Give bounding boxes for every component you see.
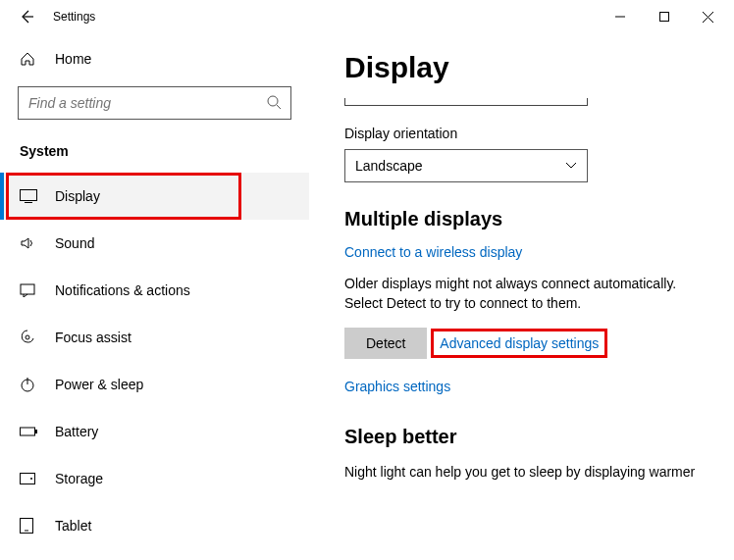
home-icon xyxy=(20,51,39,67)
battery-icon xyxy=(20,426,39,437)
nav-label: Tablet xyxy=(55,518,91,534)
home-label: Home xyxy=(55,51,91,67)
display-icon xyxy=(20,189,39,203)
highlight-box-advanced: Advanced display settings xyxy=(431,329,607,358)
sound-icon xyxy=(20,235,39,251)
maximize-button[interactable] xyxy=(642,2,686,31)
nav-tablet[interactable]: Tablet xyxy=(0,502,309,549)
older-displays-text: Older displays might not always connect … xyxy=(344,274,707,314)
nav-label: Focus assist xyxy=(55,330,131,345)
sleep-better-text: Night light can help you get to sleep by… xyxy=(344,462,707,482)
nav-notifications[interactable]: Notifications & actions xyxy=(0,267,309,314)
svg-point-4 xyxy=(268,96,278,106)
nav-label: Storage xyxy=(55,471,103,486)
window-title: Settings xyxy=(53,10,95,24)
svg-point-15 xyxy=(30,478,32,480)
close-button[interactable] xyxy=(686,2,730,31)
power-icon xyxy=(20,377,39,392)
focus-assist-icon xyxy=(20,330,39,345)
nav-label: Notifications & actions xyxy=(55,282,190,298)
notifications-icon xyxy=(20,283,39,297)
orientation-select[interactable]: Landscape xyxy=(344,149,588,182)
advanced-display-link[interactable]: Advanced display settings xyxy=(440,335,599,351)
nav-storage[interactable]: Storage xyxy=(0,455,309,502)
nav-display[interactable]: Display xyxy=(0,173,309,220)
wireless-display-link[interactable]: Connect to a wireless display xyxy=(344,244,522,260)
svg-rect-1 xyxy=(659,13,668,22)
search-input[interactable] xyxy=(18,86,291,120)
page-heading: Display xyxy=(344,51,707,84)
storage-icon xyxy=(20,473,39,484)
detect-button[interactable]: Detect xyxy=(344,328,427,359)
svg-rect-13 xyxy=(35,430,37,433)
back-button[interactable] xyxy=(14,4,39,29)
titlebar: Settings xyxy=(0,0,734,33)
display-arrangement[interactable] xyxy=(344,98,588,106)
nav-battery[interactable]: Battery xyxy=(0,408,309,455)
multiple-displays-heading: Multiple displays xyxy=(344,208,707,230)
svg-rect-6 xyxy=(21,190,37,201)
nav-label: Sound xyxy=(55,235,94,251)
svg-rect-8 xyxy=(21,284,34,294)
nav-label: Display xyxy=(55,188,100,204)
nav-sound[interactable]: Sound xyxy=(0,220,309,267)
sleep-better-heading: Sleep better xyxy=(344,426,707,448)
search-icon xyxy=(266,94,282,110)
search-container xyxy=(18,86,291,120)
orientation-label: Display orientation xyxy=(344,126,707,141)
chevron-down-icon xyxy=(565,162,577,170)
orientation-value: Landscape xyxy=(355,158,423,174)
nav-label: Battery xyxy=(55,424,98,439)
sidebar: Home System Display Sound Notifications … xyxy=(0,33,309,560)
minimize-button[interactable] xyxy=(598,2,642,31)
content: Display Display orientation Landscape Mu… xyxy=(309,33,734,560)
svg-rect-14 xyxy=(21,474,35,484)
svg-rect-12 xyxy=(21,428,35,435)
nav-label: Power & sleep xyxy=(55,377,143,392)
category-heading: System xyxy=(0,137,309,173)
home-nav[interactable]: Home xyxy=(0,41,309,76)
highlight-box xyxy=(6,173,241,220)
nav-focus-assist[interactable]: Focus assist xyxy=(0,314,309,361)
svg-point-9 xyxy=(26,335,29,339)
svg-line-5 xyxy=(277,105,281,109)
graphics-settings-link[interactable]: Graphics settings xyxy=(344,379,450,394)
nav-power-sleep[interactable]: Power & sleep xyxy=(0,361,309,408)
tablet-icon xyxy=(20,518,39,534)
